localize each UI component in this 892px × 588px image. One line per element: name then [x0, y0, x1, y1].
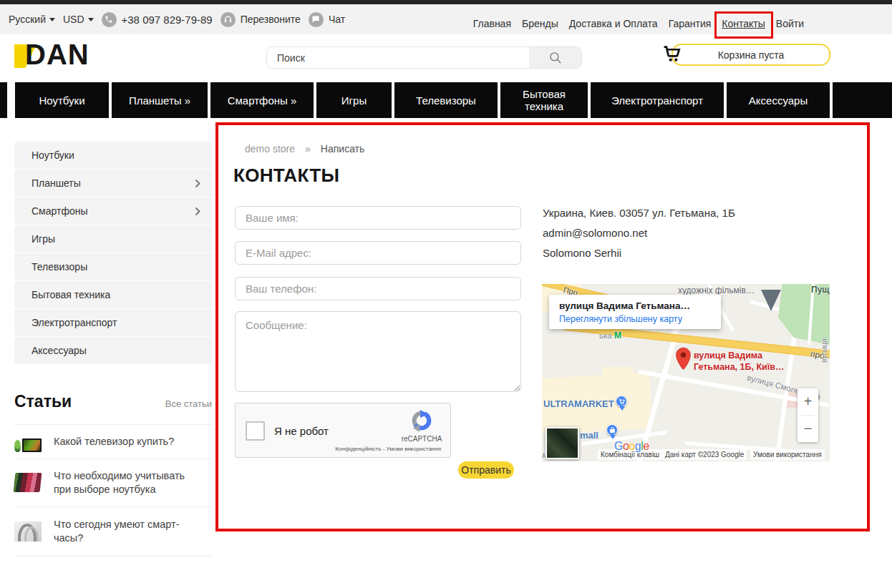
chevron-down-icon — [88, 18, 94, 21]
sidebar-item-etransport[interactable]: Электротранспорт — [14, 309, 212, 336]
breadcrumb-home[interactable]: demo store — [245, 143, 295, 155]
chat-icon — [309, 12, 324, 27]
cart-label: Корзина пуста — [718, 49, 785, 61]
contact-address: Украина, Киев. 03057 ул. Гетьмана, 1Б — [543, 207, 735, 219]
sidebar-item-label: Аксессуары — [31, 345, 87, 356]
breadcrumb: demo store » Написать — [245, 143, 364, 155]
map-label-park: Пущ — [811, 285, 829, 295]
breadcrumb-current: Написать — [321, 143, 364, 155]
sidebar-item-label: Ноутбуки — [31, 150, 74, 161]
map-marker-label: вулиця Вадима Гетьмана, 1Б, Київ… — [694, 350, 795, 373]
shopping-pin-icon[interactable] — [616, 396, 627, 407]
recaptcha-checkbox[interactable] — [246, 421, 265, 441]
google-map[interactable]: художніх фільмів… Пущ Про про ька М вули… — [542, 284, 830, 461]
message-field[interactable] — [235, 311, 521, 392]
nav-item-appliances[interactable]: Бытовая техника — [500, 82, 588, 118]
chat-label: Чат — [329, 14, 345, 25]
satellite-toggle[interactable] — [546, 427, 579, 459]
nav-item-accessories[interactable]: Аксессуары — [727, 82, 830, 118]
topbar-link-brands[interactable]: Бренды — [522, 18, 558, 29]
currency-label: USD — [63, 14, 84, 25]
search-button[interactable] — [529, 47, 581, 68]
chevron-right-icon — [195, 179, 200, 188]
zoom-out-button[interactable]: − — [798, 416, 818, 442]
sidebar-item-label: Бытовая техника — [31, 289, 110, 300]
sidebar-item-label: Игры — [31, 233, 55, 245]
sidebar-item-smartphones[interactable]: Смартфоны — [14, 197, 212, 225]
page: Русский USD +38 097 829-79-89 Перезвонит… — [0, 0, 892, 588]
mall-pin-icon[interactable] — [606, 424, 618, 436]
article-item[interactable]: Что сегодня умеют смарт-часы? — [14, 506, 212, 557]
map-terms-link[interactable]: Умови використання — [750, 449, 825, 460]
topbar-nav: Главная Бренды Доставка и Оплата Гаранти… — [473, 9, 804, 39]
phone-icon — [102, 12, 117, 27]
map-label-street-vertical: вулиця — [820, 338, 828, 363]
nav-item-laptops[interactable]: Ноутбуки — [15, 82, 109, 118]
recaptcha-widget: Я не робот reCAPTCHA Конфіденційність - … — [235, 403, 451, 458]
nav-filler-left — [0, 82, 7, 118]
sidebar-item-tablets[interactable]: Планшеты — [14, 170, 212, 197]
sidebar-item-laptops[interactable]: Ноутбуки — [14, 142, 212, 169]
main-nav: Ноутбуки Планшеты » Смартфоны » Игры Тел… — [0, 82, 892, 118]
contact-email[interactable]: admin@solomono.net — [543, 227, 647, 239]
nav-item-smartphones[interactable]: Смартфоны » — [210, 82, 314, 118]
map-label-ultramarket: ULTRAMARKET — [543, 398, 614, 409]
sidebar-item-label: Электротранспорт — [31, 317, 117, 328]
topbar-left: Русский USD +38 097 829-79-89 Перезвонит… — [9, 4, 345, 34]
article-title: Какой телевизор купить? — [54, 435, 200, 449]
phone-number[interactable]: +38 097 829-79-89 — [122, 14, 213, 26]
topbar-link-warranty[interactable]: Гарантия — [669, 18, 712, 29]
topbar-link-delivery[interactable]: Доставка и Оплата — [569, 18, 658, 29]
all-articles-link[interactable]: Все статьи — [165, 398, 212, 409]
page-title: КОНТАКТЫ — [233, 165, 339, 187]
breadcrumb-separator: » — [305, 143, 311, 155]
sidebar-item-tv[interactable]: Телевизоры — [14, 253, 212, 280]
currency-select[interactable]: USD — [63, 14, 94, 25]
email-field[interactable] — [235, 241, 521, 265]
nav-item-games[interactable]: Игры — [316, 82, 392, 118]
articles-list: Какой телевизор купить? Что необходимо у… — [14, 424, 212, 557]
submit-button[interactable]: Отправить — [458, 461, 514, 479]
article-item[interactable]: Какой телевизор купить? — [14, 424, 212, 459]
sidebar-item-accessories[interactable]: Аксессуары — [14, 337, 212, 364]
nav-filler-right — [833, 82, 892, 118]
zoom-in-button[interactable]: + — [798, 388, 818, 415]
article-title: Что необходимо учитывать при выборе ноут… — [54, 469, 200, 496]
cart-icon[interactable] — [663, 44, 681, 64]
phone-field[interactable] — [235, 277, 521, 300]
phone-group: +38 097 829-79-89 — [102, 12, 213, 27]
map-zoom-control: + − — [798, 388, 818, 442]
language-select[interactable]: Русский — [9, 14, 55, 25]
article-item[interactable]: Что необходимо учитывать при выборе ноут… — [14, 459, 212, 506]
metro-icon: М — [614, 330, 621, 340]
google-logo: Google — [614, 440, 649, 453]
callback-label: Перезвоните — [241, 14, 301, 25]
logo[interactable]: DAN — [14, 43, 111, 69]
map-info-link[interactable]: Переглянути збільшену карту — [559, 314, 711, 324]
sidebar-item-appliances[interactable]: Бытовая техника — [14, 281, 212, 308]
search-input[interactable] — [267, 47, 529, 68]
chevron-down-icon — [49, 18, 55, 21]
sidebar-item-label: Планшеты — [31, 177, 81, 189]
chat-group[interactable]: Чат — [309, 12, 345, 27]
map-label-cinema: художніх фільмів… — [678, 285, 755, 295]
cart-button[interactable]: Корзина пуста — [672, 44, 830, 66]
nav-item-etransport[interactable]: Электротранспорт — [591, 82, 724, 118]
nav-item-tablets[interactable]: Планшеты » — [112, 82, 208, 118]
recaptcha-terms[interactable]: Конфіденційність - Умови використання — [335, 446, 441, 452]
topbar-link-contacts[interactable]: Контакты — [722, 18, 765, 29]
sidebar-item-games[interactable]: Игры — [14, 225, 212, 253]
search-bar — [266, 46, 582, 69]
recaptcha-label: Я не робот — [274, 425, 329, 437]
topbar-link-home[interactable]: Главная — [473, 18, 511, 29]
map-zone — [602, 367, 634, 394]
article-thumbnail — [14, 521, 42, 542]
nav-item-tv[interactable]: Телевизоры — [394, 82, 498, 118]
map-arrow-icon — [761, 290, 781, 311]
callback-group[interactable]: Перезвоните — [220, 12, 301, 27]
topbar-link-login[interactable]: Войти — [776, 18, 804, 29]
sidebar-categories: Ноутбуки Планшеты Смартфоны Игры Телевиз… — [14, 142, 212, 365]
name-field[interactable] — [235, 206, 521, 230]
map-marker-icon[interactable] — [675, 347, 692, 371]
article-thumbnail — [14, 473, 42, 492]
